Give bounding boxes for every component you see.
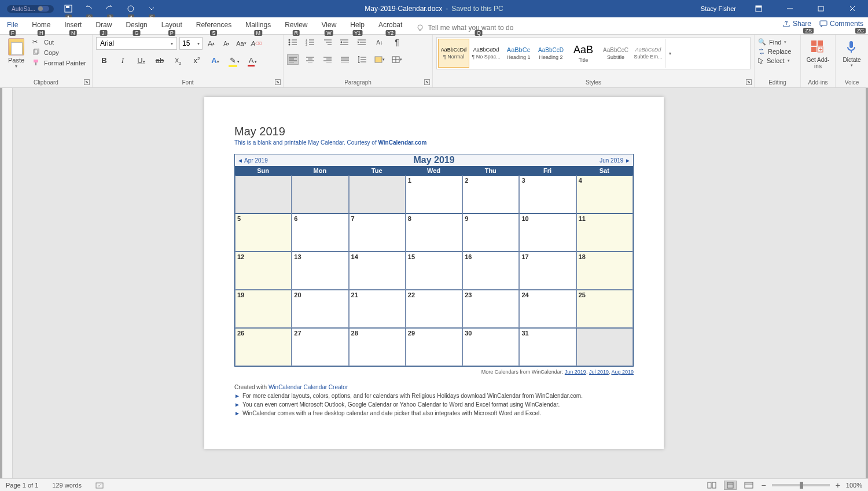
shading-button[interactable]: ▾	[374, 54, 385, 65]
web-layout-button[interactable]	[742, 481, 755, 490]
strikethrough-button[interactable]: ab	[154, 56, 165, 65]
share-button[interactable]: Share ZS	[782, 20, 811, 28]
calendar-cell[interactable]: 30	[462, 328, 519, 366]
document-page[interactable]: May 2019 This is a blank and printable M…	[204, 97, 664, 449]
calendar-cell[interactable]: 31	[519, 328, 576, 366]
minimize-button[interactable]	[777, 0, 803, 17]
prev-month-link[interactable]: ◄ Apr 2019	[235, 157, 268, 164]
spell-check-icon[interactable]	[95, 481, 105, 489]
calendar-cell[interactable]: 18	[576, 252, 633, 290]
wincalendar-link[interactable]: WinCalendar.com	[378, 139, 426, 146]
read-mode-button[interactable]	[705, 481, 718, 490]
style---normal[interactable]: AaBbCcDd¶ Normal	[438, 39, 469, 68]
tab-insert[interactable]: InsertN	[57, 17, 89, 35]
sort-button[interactable]: A↓	[374, 37, 385, 47]
styles-gallery[interactable]: AaBbCcDd¶ NormalAaBbCcDd¶ No Spac...AaBb…	[436, 37, 751, 69]
tab-review[interactable]: ReviewR	[278, 17, 314, 35]
calendar-cell[interactable]	[292, 175, 348, 213]
zoom-out-button[interactable]: −	[761, 481, 766, 490]
more-cal-link[interactable]: Aug 2019	[611, 369, 634, 375]
multilevel-button[interactable]	[322, 37, 333, 47]
font-name-select[interactable]: Arial▾	[96, 37, 177, 50]
calendar-cell[interactable]: 21	[349, 290, 406, 328]
align-right-button[interactable]	[322, 54, 333, 65]
bold-button[interactable]: B	[98, 56, 110, 65]
calendar-cell[interactable]	[576, 328, 633, 366]
calendar-cell[interactable]: 8	[406, 213, 462, 252]
select-button[interactable]: Select▾	[758, 57, 797, 64]
qat-item-4[interactable]: 4	[124, 4, 137, 13]
calendar-cell[interactable]: 11	[576, 213, 633, 252]
calendar-cell[interactable]: 28	[349, 328, 406, 366]
ribbon-display-button[interactable]	[745, 0, 772, 17]
print-layout-button[interactable]	[724, 481, 737, 490]
calendar-cell[interactable]: 27	[292, 328, 348, 366]
calendar-cell[interactable]: 16	[462, 252, 519, 290]
tab-view[interactable]: ViewW	[315, 17, 344, 35]
tab-file[interactable]: File F	[0, 17, 25, 35]
align-left-button[interactable]	[287, 54, 299, 65]
calendar-cell[interactable]: 22	[406, 290, 462, 328]
calendar-cell[interactable]: 12	[235, 252, 292, 290]
dialog-launcher[interactable]: ⬊	[424, 79, 430, 85]
calendar-cell[interactable]: 15	[406, 252, 462, 290]
style-subtitle[interactable]: AaBbCcCSubtitle	[600, 39, 631, 68]
qat-redo[interactable]: 3	[104, 4, 116, 13]
dialog-launcher[interactable]: ⬊	[275, 79, 281, 85]
calendar-cell[interactable]: 26	[235, 328, 292, 366]
autosave-toggle[interactable]: AutoSa...	[7, 5, 54, 13]
zoom-in-button[interactable]: +	[836, 481, 840, 490]
tab-references[interactable]: ReferencesS	[189, 17, 238, 35]
tab-home[interactable]: HomeH	[25, 17, 57, 35]
cut-button[interactable]: ✂Cut	[32, 38, 86, 46]
comments-button[interactable]: Comments ZC	[819, 20, 863, 28]
tab-mailings[interactable]: MailingsM	[238, 17, 278, 35]
tell-me-search[interactable]: Tell me what you want to do Q	[409, 17, 520, 35]
style-heading-1[interactable]: AaBbCcHeading 1	[503, 39, 534, 68]
style-subtle-em---[interactable]: AaBbCcDdSubtle Em...	[632, 39, 664, 68]
align-center-button[interactable]	[304, 54, 316, 65]
style---no-spac---[interactable]: AaBbCcDd¶ No Spac...	[470, 39, 502, 68]
underline-button[interactable]: U▾	[135, 56, 147, 65]
close-button[interactable]	[839, 0, 866, 17]
next-month-link[interactable]: Jun 2019 ►	[599, 157, 633, 164]
tab-help[interactable]: HelpY1	[343, 17, 372, 35]
superscript-button[interactable]: x2	[191, 56, 203, 65]
calendar-cell[interactable]: 9	[462, 213, 519, 252]
user-name[interactable]: Stacy Fisher	[696, 5, 741, 12]
borders-button[interactable]: ▾	[391, 54, 403, 65]
document-scroll[interactable]: May 2019 This is a blank and printable M…	[2, 88, 866, 478]
bullets-button[interactable]	[287, 37, 299, 47]
get-addins-button[interactable]: + Get Add-ins	[804, 37, 832, 69]
more-cal-link[interactable]: Jun 2019	[565, 369, 586, 375]
highlight-button[interactable]: ✎▾	[228, 56, 240, 65]
slider-thumb[interactable]	[800, 482, 803, 489]
word-count[interactable]: 129 words	[52, 482, 82, 489]
styles-more-button[interactable]: ▾	[665, 39, 674, 68]
replace-button[interactable]: Replace	[758, 48, 797, 55]
dialog-launcher[interactable]: ⬊	[746, 79, 752, 85]
calendar-cell[interactable]: 7	[349, 213, 406, 252]
calendar-cell[interactable]: 20	[292, 290, 348, 328]
zoom-slider[interactable]	[772, 484, 830, 486]
calendar-cell[interactable]: 17	[519, 252, 576, 290]
creator-link[interactable]: WinCalendar Calendar Creator	[269, 384, 348, 390]
calendar-cell[interactable]: 23	[462, 290, 519, 328]
page-indicator[interactable]: Page 1 of 1	[6, 482, 38, 489]
format-painter-button[interactable]: Format Painter	[32, 59, 86, 67]
numbering-button[interactable]: 123	[304, 37, 316, 47]
calendar-cell[interactable]: 29	[406, 328, 462, 366]
font-color-button[interactable]: A▾	[247, 56, 258, 65]
grow-font-button[interactable]: A▴	[205, 37, 218, 50]
increase-indent-button[interactable]	[356, 37, 368, 47]
calendar-cell[interactable]: 13	[292, 252, 348, 290]
qat-item-5[interactable]: 5	[145, 4, 158, 13]
find-button[interactable]: 🔍Find▾	[758, 38, 797, 46]
calendar-cell[interactable]: 14	[349, 252, 406, 290]
calendar-cell[interactable]: 24	[519, 290, 576, 328]
subscript-button[interactable]: x2	[172, 56, 184, 66]
calendar-cell[interactable]: 5	[235, 213, 292, 252]
clear-formatting-button[interactable]: A⌫	[250, 37, 263, 50]
dialog-launcher[interactable]: ⬊	[84, 79, 90, 85]
justify-button[interactable]	[339, 54, 351, 65]
